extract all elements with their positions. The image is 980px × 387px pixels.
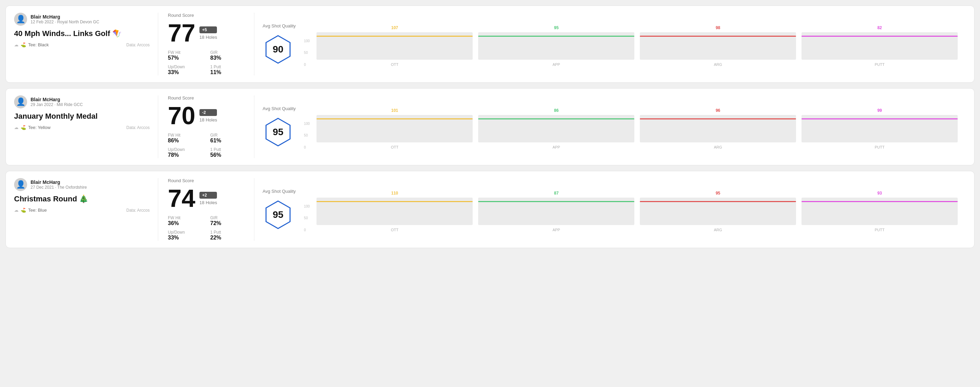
stat-label: FW Hit <box>168 50 202 55</box>
y-axis-label: 100 <box>304 39 310 43</box>
card-middle: Round Score70-218 HolesFW Hit86%GIR61%Up… <box>158 95 255 158</box>
bar-wrapper <box>317 115 473 143</box>
stat-label: 1 Putt <box>210 230 245 235</box>
chart-col-arg: 98ARG <box>640 25 796 67</box>
bar-wrapper <box>478 32 634 60</box>
bar-wrapper <box>802 115 958 143</box>
stat-value: 56% <box>210 152 245 158</box>
chart-section: 100500101OTT86APP96ARG99PUTT <box>304 105 958 149</box>
score-row: 74+218 Holes <box>168 186 244 211</box>
bar-line <box>317 118 473 119</box>
user-date: 29 Jan 2022 · Mill Ride GCC <box>30 102 83 107</box>
rounds-list: 👤Blair McHarg12 Feb 2022 · Royal North D… <box>5 5 975 248</box>
tee-row: ☁⛳Tee: BlackData: Arccos <box>14 42 150 48</box>
chart-col-ott: 101OTT <box>317 108 473 149</box>
chart-section: 100500110OTT87APP95ARG93PUTT <box>304 187 958 232</box>
holes-label: 18 Holes <box>199 117 217 122</box>
bar-bg <box>317 115 473 143</box>
shot-quality-label: Avg Shot Quality <box>262 106 296 111</box>
stat-item: 1 Putt56% <box>210 147 245 158</box>
round-title: Christmas Round 🎄 <box>14 195 150 203</box>
chart-col-ott: 110OTT <box>317 191 473 232</box>
round-title: January Monthly Medal <box>14 112 150 121</box>
chart-container: 100500110OTT87APP95ARG93PUTT <box>304 187 958 232</box>
round-title: 40 Mph Winds... Links Golf 🪁 <box>14 29 150 38</box>
card-right: Avg Shot Quality 95100500101OTT86APP96AR… <box>255 95 966 158</box>
stats-grid: FW Hit36%GIR72%Up/Down33%1 Putt22% <box>168 216 244 241</box>
stat-value: 83% <box>210 55 245 61</box>
weather-icon: ☁ <box>14 208 19 213</box>
score-badge: +2 <box>199 192 217 199</box>
bar-value: 86 <box>554 108 558 113</box>
y-axis-label: 0 <box>304 146 310 149</box>
stat-item: 1 Putt11% <box>210 65 245 76</box>
bar-line <box>640 36 796 37</box>
stat-item: GIR83% <box>210 50 245 61</box>
bar-bg <box>640 198 796 225</box>
score-meta: -218 Holes <box>199 109 217 122</box>
bar-wrapper <box>640 198 796 225</box>
user-icon: 👤 <box>16 97 25 106</box>
bar-line <box>317 201 473 202</box>
holes-label: 18 Holes <box>199 200 217 205</box>
user-name: Blair McHarg <box>30 14 99 19</box>
bar-line <box>317 36 473 37</box>
round-card: 👤Blair McHarg12 Feb 2022 · Royal North D… <box>5 5 975 82</box>
stat-value: 22% <box>210 235 245 241</box>
bar-value: 96 <box>716 108 720 113</box>
bar-label: PUTT <box>875 228 885 232</box>
stat-value: 11% <box>210 69 245 76</box>
chart-col-app: 87APP <box>478 191 634 232</box>
user-info: Blair McHarg27 Dec 2021 · The Oxfordshir… <box>30 179 87 190</box>
tee-label: Tee: Yellow <box>28 125 51 130</box>
weather-icon: ☁ <box>14 42 19 48</box>
golf-icon: ⛳ <box>21 208 26 213</box>
chart-col-arg: 96ARG <box>640 108 796 149</box>
chart-container: 100500101OTT86APP96ARG99PUTT <box>304 105 958 149</box>
bar-label: PUTT <box>875 145 885 149</box>
card-right: Avg Shot Quality 95100500110OTT87APP95AR… <box>255 178 966 241</box>
stat-label: 1 Putt <box>210 65 245 69</box>
tee-row: ☁⛳Tee: BlueData: Arccos <box>14 208 150 213</box>
user-row: 👤Blair McHarg12 Feb 2022 · Royal North D… <box>14 13 150 26</box>
golf-icon: ⛳ <box>21 42 26 48</box>
chart-col-ott: 107OTT <box>317 25 473 67</box>
score-big: 74 <box>168 186 195 211</box>
stat-value: 36% <box>168 220 202 227</box>
tee-info: ☁⛳Tee: Black <box>14 42 49 48</box>
chart-y-axis: 100500 <box>304 39 311 67</box>
user-name: Blair McHarg <box>30 97 83 102</box>
bar-label: APP <box>553 145 560 149</box>
user-icon: 👤 <box>16 180 25 189</box>
bar-value: 101 <box>391 108 398 113</box>
bar-label: PUTT <box>875 62 885 67</box>
bar-value: 95 <box>554 25 558 30</box>
bar-line <box>802 201 958 202</box>
user-date: 12 Feb 2022 · Royal North Devon GC <box>30 19 99 24</box>
bar-value: 110 <box>391 191 398 195</box>
stat-value: 86% <box>168 138 202 144</box>
score-row: 70-218 Holes <box>168 103 244 128</box>
score-meta: +518 Holes <box>199 26 217 40</box>
user-name: Blair McHarg <box>30 179 87 185</box>
tee-info: ☁⛳Tee: Blue <box>14 208 47 213</box>
y-axis-label: 0 <box>304 63 310 67</box>
score-badge: +5 <box>199 26 217 33</box>
bar-line <box>478 118 634 119</box>
bar-line <box>478 201 634 202</box>
bar-wrapper <box>317 32 473 60</box>
shot-quality-label: Avg Shot Quality <box>262 23 296 29</box>
shot-quality-section: Avg Shot Quality 90 <box>262 23 296 65</box>
stat-item: GIR72% <box>210 216 245 227</box>
score-label: Round Score <box>168 178 244 183</box>
card-middle: Round Score77+518 HolesFW Hit57%GIR83%Up… <box>158 13 255 76</box>
chart-col-putt: 93PUTT <box>802 191 958 232</box>
card-left: 👤Blair McHarg12 Feb 2022 · Royal North D… <box>14 13 158 76</box>
avatar: 👤 <box>14 178 27 191</box>
stat-label: 1 Putt <box>210 147 245 152</box>
bar-wrapper <box>478 115 634 143</box>
golf-icon: ⛳ <box>21 125 26 130</box>
bar-wrapper <box>478 198 634 225</box>
bar-line <box>478 36 634 37</box>
stat-item: 1 Putt22% <box>210 230 245 241</box>
